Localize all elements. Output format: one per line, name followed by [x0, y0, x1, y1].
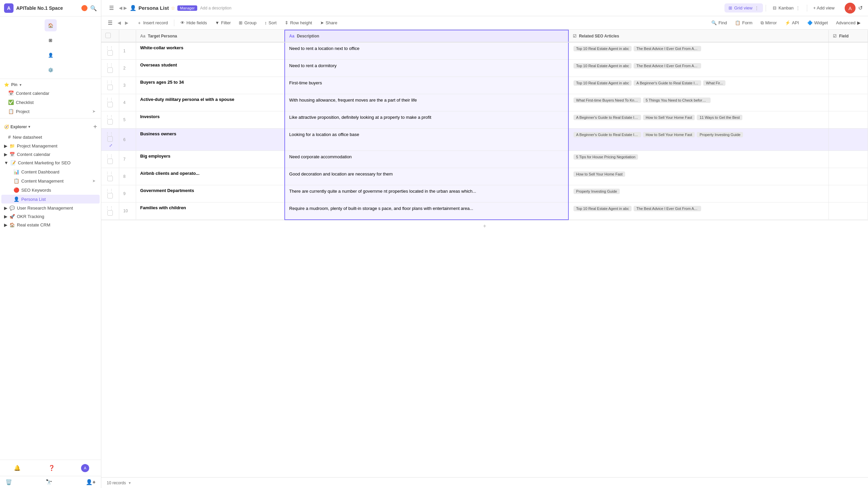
seo-article-tag[interactable]: Property Investing Guide: [573, 189, 620, 194]
add-new-item-button[interactable]: +: [93, 123, 97, 130]
cell-target-persona[interactable]: White-collar workers: [136, 42, 285, 60]
cell-target-persona[interactable]: Business owners: [136, 129, 285, 151]
help-button[interactable]: ❓: [46, 463, 57, 473]
col-checkbox[interactable]: [101, 30, 119, 42]
nav-sheets[interactable]: ⊞: [45, 34, 57, 46]
cell-field[interactable]: [829, 168, 868, 185]
table-row[interactable]: ⋮⋮8Airbnb clients and operato...Good dec…: [101, 168, 868, 185]
row-drag-handle[interactable]: ⋮⋮: [105, 206, 113, 210]
cell-related-seo[interactable]: 5 Tips for House Pricing Negotiation: [568, 151, 829, 168]
row-checkbox[interactable]: [107, 67, 113, 73]
seo-article-tag[interactable]: 5 Things You Need to Check before You Pu…: [643, 98, 711, 103]
cell-description[interactable]: Require a mudroom, plenty of built-in st…: [285, 202, 568, 220]
table-row[interactable]: ⋮⋮1White-collar workersNeed to rent a lo…: [101, 42, 868, 60]
cell-description[interactable]: Need to rent a location next to office: [285, 42, 568, 60]
seo-article-tag[interactable]: Top 10 Real Estate Agent in abc: [573, 63, 632, 69]
seo-article-tag[interactable]: 11 Ways to Get the Best: [697, 115, 742, 120]
row-checkbox[interactable]: [107, 85, 113, 90]
row-drag-handle[interactable]: ⋮⋮: [105, 114, 113, 119]
sidebar-group-content-marketing[interactable]: ▼ 📝 Content Marketing for SEO: [0, 159, 101, 167]
col-header-field[interactable]: ☑ Field: [829, 30, 868, 42]
form-button[interactable]: 📋 Form: [732, 19, 756, 27]
seo-article-tag[interactable]: How to Sell Your Home Fast: [643, 132, 695, 137]
cell-field[interactable]: [829, 60, 868, 77]
sidebar-group-real-estate-crm[interactable]: ▶ 🏠 Real estate CRM: [0, 221, 101, 229]
table-row[interactable]: ⋮⋮2Overseas studentNeed to rent a dormit…: [101, 60, 868, 77]
advanced-button[interactable]: Advanced ▶: [833, 19, 864, 27]
cell-related-seo[interactable]: Top 10 Real Estate Agent in abcThe Best …: [568, 42, 829, 60]
cell-description[interactable]: Looking for a location as office base: [285, 129, 568, 151]
sidebar-group-content-calendar[interactable]: ▶ 📅 Content calendar: [0, 150, 101, 159]
cell-field[interactable]: [829, 151, 868, 168]
table-row[interactable]: ⋮⋮7Big employersNeed corporate accommoda…: [101, 151, 868, 168]
cell-description[interactable]: Need corporate accommodation: [285, 151, 568, 168]
row-checkbox[interactable]: [107, 210, 113, 216]
seo-article-tag[interactable]: A Beginner's Guide to Real Estate Invest…: [573, 132, 641, 137]
cell-description[interactable]: With housing allowance, frequent moves a…: [285, 94, 568, 111]
table-row[interactable]: ⋮⋮3Buyers ages 25 to 34First-time buyers…: [101, 77, 868, 94]
seo-article-tag[interactable]: The Best Advice I Ever Got From A Real E…: [634, 46, 701, 51]
row-checkbox-cell[interactable]: ⋮⋮: [101, 111, 119, 129]
row-height-button[interactable]: ⇕ Row height: [281, 19, 315, 27]
row-checkbox-cell[interactable]: ⋮⋮: [101, 60, 119, 77]
tab-kanban[interactable]: ⊟ Kanban ⋮: [769, 3, 804, 12]
explorer-header[interactable]: 🧭 Explorer ▾ +: [0, 121, 101, 132]
user-avatar-top[interactable]: A: [845, 3, 856, 13]
nav-settings[interactable]: ⚙️: [45, 64, 57, 76]
row-checkbox-cell[interactable]: ⋮⋮: [101, 94, 119, 111]
seo-article-tag[interactable]: Top 10 Real Estate Agent in abc: [573, 206, 632, 211]
cell-field[interactable]: [829, 77, 868, 94]
col-header-description[interactable]: Aa Description: [285, 30, 568, 42]
nav-home[interactable]: 🏠: [45, 19, 57, 31]
row-checkbox[interactable]: [107, 193, 113, 198]
seo-article-tag[interactable]: A Beginner's Guide to Real Estate Invest…: [573, 115, 641, 120]
insert-record-button[interactable]: ＋ Insert record: [134, 18, 171, 28]
row-checkbox[interactable]: [107, 102, 113, 107]
seo-article-tag[interactable]: A Beginner's Guide to Real Estate Invest…: [634, 80, 701, 86]
row-drag-handle[interactable]: ⋮⋮: [105, 63, 113, 67]
nav-forward-icon[interactable]: ▶: [124, 19, 130, 27]
row-checkbox[interactable]: [107, 119, 113, 125]
cell-description[interactable]: Like attractive proposition, definitely …: [285, 111, 568, 129]
table-row[interactable]: ⋮⋮4Active-duty military persona el with …: [101, 94, 868, 111]
group-button[interactable]: ⊞ Group: [235, 19, 260, 27]
cell-description[interactable]: There are currently quite a number of go…: [285, 185, 568, 202]
row-checkbox-cell[interactable]: ⋮⋮: [101, 151, 119, 168]
sidebar-item-content-management[interactable]: 📋 Content Management ➤: [1, 177, 100, 185]
sidebar-item-content-calendar-pin[interactable]: 📅 Content calendar: [1, 89, 100, 98]
row-checkbox[interactable]: [107, 159, 113, 164]
back-button[interactable]: ◀: [119, 5, 122, 10]
more-options-icon[interactable]: ⋮: [755, 5, 759, 10]
cell-field[interactable]: [829, 111, 868, 129]
row-drag-handle[interactable]: ⋮⋮: [105, 132, 113, 136]
nav-back-icon[interactable]: ◀: [116, 19, 122, 27]
cell-target-persona[interactable]: Buyers ages 25 to 34: [136, 77, 285, 94]
sidebar-item-new-datasheet[interactable]: # New datasheet: [1, 133, 100, 141]
seo-article-tag[interactable]: What First-time Buyers Need To Know Abou…: [573, 98, 641, 103]
cell-related-seo[interactable]: A Beginner's Guide to Real Estate Invest…: [568, 111, 829, 129]
description-hint[interactable]: Add a description: [200, 6, 231, 10]
cell-target-persona[interactable]: Airbnb clients and operato...: [136, 168, 285, 185]
table-row[interactable]: ⋮⋮5InvestorsLike attractive proposition,…: [101, 111, 868, 129]
cell-description[interactable]: First-time buyers: [285, 77, 568, 94]
row-checkbox-cell[interactable]: ⋮⋮⤢: [101, 129, 119, 151]
seo-article-tag[interactable]: How to Sell Your Home Fast: [643, 115, 695, 120]
api-button[interactable]: ⚡ API: [782, 19, 802, 27]
record-count-caret[interactable]: ▾: [129, 481, 131, 485]
seo-article-tag[interactable]: Top 10 Real Estate Agent in abc: [573, 80, 632, 86]
cell-field[interactable]: [829, 94, 868, 111]
add-view-button[interactable]: + Add view: [810, 3, 838, 12]
find-button[interactable]: 🔍 Find: [708, 19, 730, 27]
add-record-button[interactable]: +: [101, 220, 868, 232]
pin-section-header[interactable]: ⭐ Pin ▾: [0, 81, 101, 88]
cell-field[interactable]: [829, 202, 868, 220]
sidebar-group-okr-tracking[interactable]: ▶ 🚀 OKR Tracking: [0, 212, 101, 221]
more-options-icon[interactable]: ⋮: [796, 5, 800, 10]
seo-article-tag[interactable]: 5 Tips for House Pricing Negotiation: [573, 154, 638, 160]
tab-grid-view[interactable]: ⊞ Grid view ⋮: [724, 3, 763, 12]
nav-members[interactable]: 👤: [45, 49, 57, 61]
notification-button[interactable]: 🔔: [12, 463, 23, 473]
cell-field[interactable]: [829, 185, 868, 202]
cell-field[interactable]: [829, 129, 868, 151]
row-checkbox-cell[interactable]: ⋮⋮: [101, 185, 119, 202]
